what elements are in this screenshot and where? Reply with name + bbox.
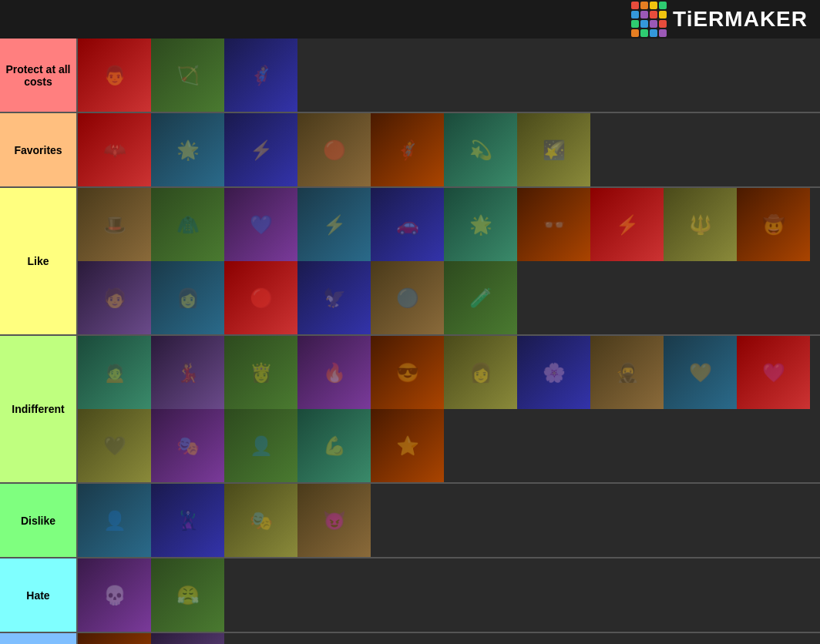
list-item[interactable]: 👨 — [78, 39, 151, 112]
list-item[interactable]: 🎭 — [151, 409, 224, 482]
list-item[interactable]: 🦸 — [224, 39, 297, 112]
list-item[interactable]: 💃 — [151, 336, 224, 409]
list-item[interactable]: 👸 — [224, 336, 297, 409]
list-item[interactable]: ⭐ — [371, 409, 444, 482]
list-item[interactable]: 🙍 — [78, 336, 151, 409]
list-item[interactable]: 🧡 — [664, 336, 737, 409]
tier-label-whos: Who's this? — [0, 633, 78, 644]
tier-label-like: Like — [0, 188, 78, 334]
list-item[interactable]: ⚡ — [590, 188, 664, 261]
tier-items-dislike: 👤 🦹 🎭 😈 — [78, 484, 820, 557]
list-item[interactable]: 🧑 — [78, 261, 151, 334]
logo-cell — [659, 2, 667, 9]
logo-cell — [650, 11, 657, 18]
list-item[interactable]: ❓ — [78, 633, 151, 644]
list-item[interactable]: 🏹 — [151, 39, 224, 112]
list-item[interactable]: 👤 — [78, 484, 151, 557]
logo-cell — [659, 11, 667, 18]
list-item[interactable]: 🧥 — [151, 188, 224, 261]
list-item[interactable]: 🎩 — [78, 188, 151, 261]
logo-cell — [659, 20, 667, 28]
tier-items-indifferent: 🙍 💃 👸 🔥 😎 👩 🌸 🥷 🧡 💜 🖤 🎭 👤 💪 ⭐ — [78, 336, 820, 482]
list-item[interactable]: 👓 — [517, 188, 590, 261]
tier-label-favorites: Favorites — [0, 113, 78, 186]
list-item[interactable]: 👤 — [224, 409, 297, 482]
logo-cell — [659, 29, 667, 37]
logo-cell — [631, 11, 639, 18]
tier-items-whos: ❓ ❓ — [78, 633, 820, 644]
logo-cell — [650, 2, 657, 9]
list-item[interactable]: 💪 — [297, 409, 371, 482]
logo-cell — [631, 2, 639, 9]
list-item[interactable]: 🌟 — [444, 188, 517, 261]
tier-row-protect: Protect at all costs 👨 🏹 🦸 — [0, 39, 820, 113]
tier-row-dislike: Dislike 👤 🦹 🎭 😈 — [0, 484, 820, 558]
header-bar: TiERMAKER — [0, 0, 820, 39]
tier-label-dislike: Dislike — [0, 484, 78, 557]
list-item[interactable]: 🔴 — [224, 261, 297, 334]
list-item[interactable]: 💙 — [224, 188, 297, 261]
logo-cell — [640, 20, 648, 28]
list-item[interactable]: 🧪 — [444, 261, 517, 334]
list-item[interactable]: 🥷 — [590, 336, 664, 409]
tier-label-indifferent: Indifferent — [0, 336, 78, 482]
tier-row-whos: Who's this? ❓ ❓ — [0, 633, 820, 644]
list-item[interactable]: 😈 — [297, 484, 371, 557]
list-item[interactable]: 👩 — [444, 336, 517, 409]
tier-row-hate: Hate 💀 😤 — [0, 558, 820, 633]
list-item[interactable]: 💫 — [444, 113, 517, 186]
tier-label-hate: Hate — [0, 558, 78, 632]
list-item[interactable]: 🔥 — [297, 336, 371, 409]
list-item[interactable]: 🤠 — [737, 188, 810, 261]
list-item[interactable]: ⚡ — [224, 113, 297, 186]
tier-container: Protect at all costs 👨 🏹 🦸 Favorites — [0, 39, 820, 644]
tier-row-favorites: Favorites 🦇 🌟 ⚡ 🔴 🦸 💫 — [0, 113, 820, 188]
list-item[interactable]: 💀 — [78, 558, 151, 632]
tier-label-protect: Protect at all costs — [0, 39, 78, 112]
list-item[interactable]: ❓ — [151, 633, 224, 644]
tier-items-favorites: 🦇 🌟 ⚡ 🔴 🦸 💫 🌠 — [78, 113, 820, 186]
list-item[interactable]: 🦇 — [78, 113, 151, 186]
list-item[interactable]: 🔱 — [664, 188, 737, 261]
tier-items-like: 🎩 🧥 💙 ⚡ 🚗 🌟 👓 ⚡ 🔱 🤠 🧑 👩 🔴 🦅 🔵 🧪 — [78, 188, 820, 334]
list-item[interactable]: 🦸 — [371, 113, 444, 186]
list-item[interactable]: 🌸 — [517, 336, 590, 409]
logo-grid — [631, 2, 667, 37]
list-item[interactable]: 🦅 — [297, 261, 371, 334]
list-item[interactable]: 🎭 — [224, 484, 297, 557]
list-item[interactable]: 😤 — [151, 558, 224, 632]
logo-cell — [631, 29, 639, 37]
list-item[interactable]: 🌟 — [151, 113, 224, 186]
app-container: TiERMAKER Protect at all costs 👨 🏹 🦸 — [0, 0, 820, 644]
list-item[interactable]: 😎 — [371, 336, 444, 409]
list-item[interactable]: 🌠 — [517, 113, 590, 186]
logo-cell — [650, 20, 657, 28]
tier-row-indifferent: Indifferent 🙍 💃 👸 🔥 😎 👩 🌸 🥷 🧡 💜 🖤 🎭 👤 💪 — [0, 336, 820, 484]
logo-cell — [640, 11, 648, 18]
logo-cell — [650, 29, 657, 37]
logo-cell — [631, 20, 639, 28]
tiermaker-logo: TiERMAKER — [631, 2, 808, 37]
list-item[interactable]: ⚡ — [297, 188, 371, 261]
tier-row-like: Like 🎩 🧥 💙 ⚡ 🚗 🌟 👓 ⚡ 🔱 🤠 🧑 👩 🔴 🦅 🔵 — [0, 188, 820, 336]
list-item[interactable]: 🔴 — [297, 113, 371, 186]
list-item[interactable]: 💜 — [737, 336, 810, 409]
list-item[interactable]: 🚗 — [371, 188, 444, 261]
tier-items-hate: 💀 😤 — [78, 558, 820, 632]
logo-cell — [640, 2, 648, 9]
logo-text: TiERMAKER — [673, 7, 808, 32]
list-item[interactable]: 🦹 — [151, 484, 224, 557]
logo-cell — [640, 29, 648, 37]
list-item[interactable]: 🔵 — [371, 261, 444, 334]
list-item[interactable]: 👩 — [151, 261, 224, 334]
tier-items-protect: 👨 🏹 🦸 — [78, 39, 820, 112]
list-item[interactable]: 🖤 — [78, 409, 151, 482]
